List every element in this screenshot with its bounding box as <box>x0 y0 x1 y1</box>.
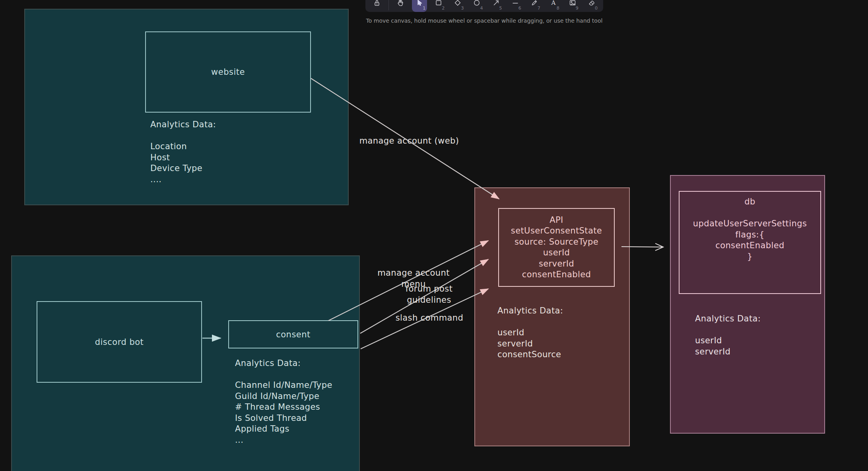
tool-selection-shortcut: 1 <box>423 6 425 11</box>
canvas-hint-text: To move canvas, hold mouse wheel or spac… <box>365 18 603 24</box>
rectangle-icon <box>435 0 443 12</box>
toolbar-separator <box>388 0 389 10</box>
pencil-icon <box>530 0 538 12</box>
discord-bot-node-label: discord bot <box>37 302 201 382</box>
db-node-text: db updateUserServerSettings flags:{ cons… <box>680 192 820 262</box>
edge-label-slash-command[interactable]: slash command <box>370 312 489 323</box>
svg-text:A: A <box>551 0 555 6</box>
tool-ellipse-button[interactable]: 4 <box>469 0 484 12</box>
tool-diamond-shortcut: 3 <box>461 6 464 11</box>
api-node-text: API setUserConsentState source: SourceTy… <box>499 209 614 286</box>
tool-lock-button[interactable] <box>369 0 384 12</box>
toolbar: 1 2 3 4 <box>365 0 603 12</box>
tool-text-shortcut: 8 <box>557 6 559 11</box>
consent-analytics-text[interactable]: Analytics Data: Channel Id/Name/Type Gui… <box>235 358 332 446</box>
api-node[interactable]: API setUserConsentState source: SourceTy… <box>498 208 615 287</box>
api-analytics-text[interactable]: Analytics Data: userId serverId consentS… <box>497 306 563 360</box>
tool-diamond-button[interactable]: 3 <box>450 0 465 12</box>
tool-hand-button[interactable] <box>393 0 408 12</box>
tool-draw-button[interactable]: 7 <box>527 0 542 12</box>
text-tool-icon: A <box>550 0 557 12</box>
tool-image-button[interactable]: 9 <box>565 0 580 12</box>
consent-node[interactable]: consent <box>228 320 358 348</box>
tool-image-shortcut: 9 <box>576 6 579 11</box>
ellipse-icon <box>473 0 481 12</box>
tool-text-button[interactable]: A 8 <box>546 0 561 12</box>
tool-rectangle-shortcut: 2 <box>442 6 445 11</box>
line-tool-icon <box>511 0 519 12</box>
selection-cursor-icon <box>416 0 423 12</box>
tool-line-button[interactable]: 6 <box>508 0 523 12</box>
hand-icon <box>396 0 404 12</box>
discord-bot-node[interactable]: discord bot <box>37 301 202 383</box>
eraser-icon <box>588 0 596 12</box>
tool-rectangle-button[interactable]: 2 <box>431 0 446 12</box>
tool-arrow-shortcut: 5 <box>499 6 502 11</box>
edge-label-manage-account-web[interactable]: manage account (web) <box>350 135 469 146</box>
diamond-icon <box>454 0 462 12</box>
edge-label-forum-post-guidelines[interactable]: forum post guidelines <box>369 283 489 306</box>
tool-eraser-shortcut: 0 <box>595 6 598 11</box>
website-node-label: website <box>146 32 310 112</box>
image-tool-icon <box>569 0 577 12</box>
tool-arrow-button[interactable]: 5 <box>489 0 504 12</box>
tool-draw-shortcut: 7 <box>538 6 540 11</box>
tool-selection-button[interactable]: 1 <box>412 0 427 12</box>
excalidraw-canvas[interactable]: website Analytics Data: Location Host De… <box>0 0 868 471</box>
tool-line-shortcut: 6 <box>518 6 521 11</box>
website-node[interactable]: website <box>145 31 311 113</box>
lock-icon <box>373 0 381 12</box>
db-node[interactable]: db updateUserServerSettings flags:{ cons… <box>679 191 821 294</box>
tool-ellipse-shortcut: 4 <box>480 6 483 11</box>
consent-node-label: consent <box>229 321 357 348</box>
website-analytics-text[interactable]: Analytics Data: Location Host Device Typ… <box>150 119 216 185</box>
db-analytics-text[interactable]: Analytics Data: userId serverId <box>695 313 761 357</box>
arrow-tool-icon <box>492 0 500 12</box>
tool-eraser-button[interactable]: 0 <box>584 0 599 12</box>
